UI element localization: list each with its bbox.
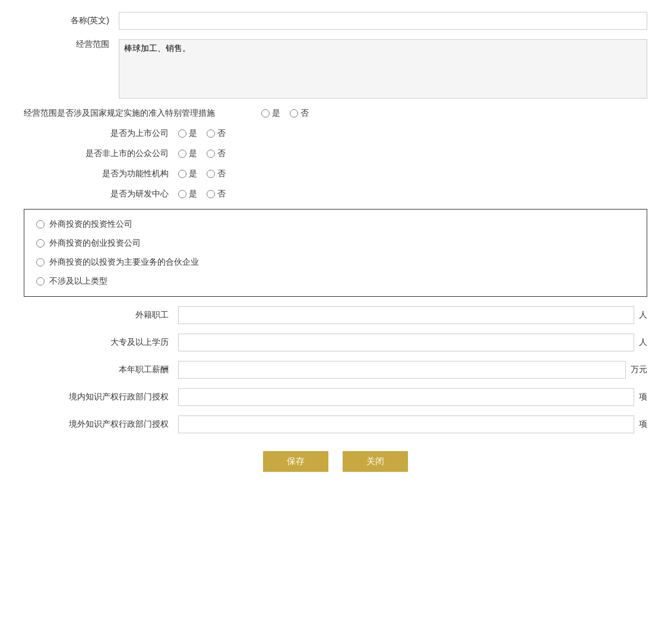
- save-button[interactable]: 保存: [263, 451, 328, 472]
- domestic-ip-label: 境内知识产权行政部门授权: [24, 392, 178, 402]
- name-en-row: 各称(英文): [24, 12, 647, 30]
- listed-company-row: 是否为上市公司 是 否: [24, 128, 647, 139]
- foreign-ip-unit: 项: [639, 419, 647, 430]
- domestic-ip-row: 境内知识产权行政部门授权 项: [24, 388, 647, 406]
- functional-org-no-label[interactable]: 否: [217, 169, 226, 179]
- special-management-row: 经营范围是否涉及国家规定实施的准入特别管理措施 是 否: [24, 108, 647, 119]
- rd-center-row: 是否为研发中心 是 否: [24, 189, 647, 199]
- investment-type-radio-2[interactable]: [36, 258, 45, 267]
- foreign-workers-unit: 人: [639, 310, 647, 321]
- special-management-radio-group: 是 否: [261, 108, 309, 119]
- public-company-no[interactable]: 否: [207, 148, 226, 159]
- investment-type-box: 外商投资的投资性公司 外商投资的创业投资公司 外商投资的以投资为主要业务的合伙企…: [24, 209, 647, 297]
- special-management-yes[interactable]: 是: [261, 108, 280, 119]
- college-degree-input[interactable]: [178, 334, 634, 351]
- annual-salary-label: 本年职工薪酬: [24, 364, 178, 375]
- investment-type-row-0[interactable]: 外商投资的投资性公司: [36, 219, 635, 230]
- special-management-label: 经营范围是否涉及国家规定实施的准入特别管理措施: [24, 108, 261, 119]
- functional-org-radio-group: 是 否: [178, 169, 226, 179]
- domestic-ip-unit: 项: [639, 392, 647, 402]
- public-company-yes-label[interactable]: 是: [189, 148, 197, 159]
- public-company-radio-group: 是 否: [178, 148, 226, 159]
- public-company-no-label[interactable]: 否: [217, 148, 226, 159]
- annual-salary-unit: 万元: [631, 364, 647, 375]
- investment-type-row-3[interactable]: 不涉及以上类型: [36, 276, 635, 287]
- business-scope-label: 经营范围: [24, 39, 119, 50]
- functional-org-label: 是否为功能性机构: [24, 169, 178, 179]
- rd-center-yes-label[interactable]: 是: [189, 189, 197, 199]
- functional-org-no[interactable]: 否: [207, 169, 226, 179]
- rd-center-no[interactable]: 否: [207, 189, 226, 199]
- button-row: 保存 关闭: [24, 451, 647, 472]
- business-scope-row: 经营范围 棒球加工、销售。: [24, 39, 647, 99]
- special-management-no[interactable]: 否: [290, 108, 309, 119]
- rd-center-radio-group: 是 否: [178, 189, 226, 199]
- functional-org-yes[interactable]: 是: [178, 169, 197, 179]
- rd-center-no-label[interactable]: 否: [217, 189, 226, 199]
- listed-company-radio-group: 是 否: [178, 128, 226, 139]
- investment-type-row-1[interactable]: 外商投资的创业投资公司: [36, 238, 635, 249]
- college-degree-row: 大专及以上学历 人: [24, 334, 647, 351]
- public-company-row: 是否非上市的公众公司 是 否: [24, 148, 647, 159]
- foreign-ip-input[interactable]: [178, 415, 634, 433]
- investment-type-radio-0[interactable]: [36, 220, 45, 229]
- foreign-ip-label: 境外知识产权行政部门授权: [24, 419, 178, 430]
- listed-company-no[interactable]: 否: [207, 128, 226, 139]
- college-degree-unit: 人: [639, 337, 647, 348]
- listed-company-label: 是否为上市公司: [24, 128, 178, 139]
- foreign-ip-row: 境外知识产权行政部门授权 项: [24, 415, 647, 433]
- special-management-yes-label[interactable]: 是: [272, 108, 280, 119]
- rd-center-yes[interactable]: 是: [178, 189, 197, 199]
- investment-type-label-0[interactable]: 外商投资的投资性公司: [49, 219, 132, 230]
- name-en-label: 各称(英文): [24, 15, 119, 26]
- listed-company-yes-label[interactable]: 是: [189, 128, 197, 139]
- special-management-no-label[interactable]: 否: [300, 108, 309, 119]
- close-button[interactable]: 关闭: [343, 451, 408, 472]
- investment-type-radio-3[interactable]: [36, 277, 45, 285]
- business-scope-textarea[interactable]: 棒球加工、销售。: [119, 39, 647, 99]
- foreign-workers-label: 外籍职工: [24, 310, 178, 321]
- investment-type-label-3[interactable]: 不涉及以上类型: [49, 276, 107, 287]
- investment-type-row-2[interactable]: 外商投资的以投资为主要业务的合伙企业: [36, 257, 635, 268]
- annual-salary-row: 本年职工薪酬 万元: [24, 361, 647, 379]
- functional-org-row: 是否为功能性机构 是 否: [24, 169, 647, 179]
- foreign-workers-row: 外籍职工 人: [24, 306, 647, 324]
- listed-company-yes[interactable]: 是: [178, 128, 197, 139]
- form-container: 各称(英文) 经营范围 棒球加工、销售。 经营范围是否涉及国家规定实施的准入特别…: [24, 12, 647, 472]
- college-degree-label: 大专及以上学历: [24, 337, 178, 348]
- annual-salary-input[interactable]: [178, 361, 626, 379]
- domestic-ip-input[interactable]: [178, 388, 634, 406]
- investment-type-radio-1[interactable]: [36, 239, 45, 248]
- listed-company-no-label[interactable]: 否: [217, 128, 226, 139]
- functional-org-yes-label[interactable]: 是: [189, 169, 197, 179]
- investment-type-label-1[interactable]: 外商投资的创业投资公司: [49, 238, 141, 249]
- foreign-workers-input[interactable]: [178, 306, 634, 324]
- name-en-input[interactable]: [119, 12, 647, 30]
- public-company-label: 是否非上市的公众公司: [24, 148, 178, 159]
- public-company-yes[interactable]: 是: [178, 148, 197, 159]
- rd-center-label: 是否为研发中心: [24, 189, 178, 199]
- investment-type-label-2[interactable]: 外商投资的以投资为主要业务的合伙企业: [49, 257, 199, 268]
